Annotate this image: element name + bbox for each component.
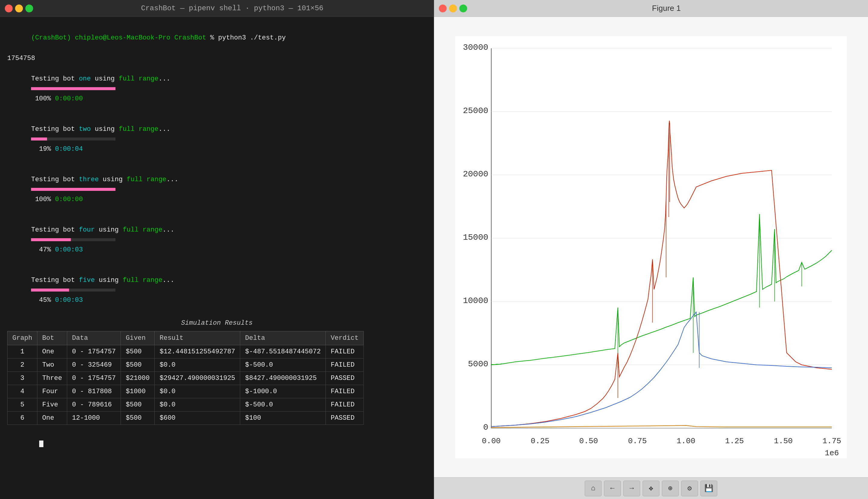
minimize-button[interactable]	[15, 4, 23, 12]
terminal-content: (CrashBot) chipleo@Leos-MacBook-Pro Cras…	[0, 17, 434, 499]
maximize-button[interactable]	[25, 4, 33, 12]
col-header-verdict: Verdict	[326, 331, 363, 345]
cell-data: 0 - 789616	[67, 398, 121, 412]
figure-content: 0 5000 10000 15000 20000 25000 30000 0.0…	[434, 17, 868, 477]
zoom-icon: ⊕	[668, 484, 672, 493]
cell-result: $600	[154, 412, 240, 425]
forward-icon: →	[630, 484, 634, 492]
settings-icon: ⚙	[687, 484, 692, 493]
svg-text:0: 0	[483, 423, 488, 432]
terminal-titlebar: CrashBot — pipenv shell · python3 — 101×…	[0, 0, 434, 17]
cell-result: $0.0	[154, 398, 240, 412]
back-button[interactable]: ←	[604, 480, 621, 496]
cell-data: 0 - 817808	[67, 385, 121, 398]
prompt-symbol: %	[206, 34, 218, 41]
table-row: 3 Three 0 - 1754757 $21000 $29427.490000…	[8, 372, 364, 385]
save-button[interactable]: 💾	[700, 480, 717, 496]
cell-data: 0 - 1754757	[67, 372, 121, 385]
cell-verdict: PASSED	[326, 372, 363, 385]
table-row: 1 One 0 - 1754757 $500 $12.4481512554927…	[8, 345, 364, 358]
cell-verdict: FAILED	[326, 358, 363, 372]
figure-toolbar: ⌂ ← → ✥ ⊕ ⚙ 💾	[434, 477, 868, 499]
cell-bot: Four	[37, 385, 67, 398]
settings-button[interactable]: ⚙	[681, 480, 698, 496]
cell-delta: $-487.5518487445072	[240, 345, 326, 358]
cell-verdict: FAILED	[326, 398, 363, 412]
cell-graph: 1	[8, 345, 37, 358]
close-button[interactable]	[5, 4, 13, 12]
output-number: 1754758	[7, 53, 426, 63]
col-header-given: Given	[121, 331, 154, 345]
cell-given: $1000	[121, 385, 154, 398]
progress-line-4: Testing bot four using full range... 47%…	[7, 215, 426, 265]
cell-delta: $100	[240, 412, 326, 425]
save-icon: 💾	[704, 484, 714, 493]
cell-result: $0.0	[154, 385, 240, 398]
cursor-line	[7, 427, 426, 457]
cell-graph: 5	[8, 398, 37, 412]
cell-given: $21000	[121, 372, 154, 385]
cell-result: $0.0	[154, 358, 240, 372]
cell-given: $500	[121, 398, 154, 412]
pan-button[interactable]: ✥	[643, 480, 659, 496]
sim-title: Simulation Results	[7, 318, 426, 328]
cell-graph: 4	[8, 385, 37, 398]
cell-delta: $8427.490000031925	[240, 372, 326, 385]
cell-delta: $-500.0	[240, 358, 326, 372]
chart-area: 0 5000 10000 15000 20000 25000 30000 0.0…	[455, 36, 847, 458]
svg-text:1.00: 1.00	[677, 437, 695, 446]
results-tbody: 1 One 0 - 1754757 $500 $12.4481512554927…	[8, 345, 364, 425]
cell-result: $29427.490000031925	[154, 372, 240, 385]
svg-text:0.25: 0.25	[531, 437, 549, 446]
prompt-line: (CrashBot) chipleo@Leos-MacBook-Pro Cras…	[7, 23, 426, 53]
cell-verdict: FAILED	[326, 385, 363, 398]
table-row: 6 One 12-1000 $500 $600 $100 PASSED	[8, 412, 364, 425]
figure-minimize-button[interactable]	[449, 4, 457, 12]
svg-text:5000: 5000	[468, 360, 488, 369]
prompt-user: (CrashBot) chipleo@Leos-MacBook-Pro Cras…	[31, 34, 206, 41]
zoom-button[interactable]: ⊕	[662, 480, 679, 496]
progress-line-5: Testing bot five using full range... 45%…	[7, 265, 426, 315]
results-table: Graph Bot Data Given Result Delta Verdic…	[7, 331, 364, 425]
cell-delta: $-1000.0	[240, 385, 326, 398]
svg-text:0.75: 0.75	[628, 437, 647, 446]
cell-bot: Three	[37, 372, 67, 385]
cell-given: $500	[121, 358, 154, 372]
svg-text:20000: 20000	[463, 169, 488, 179]
svg-rect-0	[455, 36, 847, 458]
cell-bot: Two	[37, 358, 67, 372]
figure-close-button[interactable]	[439, 4, 447, 12]
col-header-delta: Delta	[240, 331, 326, 345]
col-header-result: Result	[154, 331, 240, 345]
pan-icon: ✥	[649, 484, 653, 493]
home-icon: ⌂	[591, 484, 595, 492]
cell-data: 0 - 1754757	[67, 345, 121, 358]
terminal-title: CrashBot — pipenv shell · python3 — 101×…	[36, 4, 429, 12]
cell-graph: 2	[8, 358, 37, 372]
progress-line-2: Testing bot two using full range... 19% …	[7, 114, 426, 164]
home-button[interactable]: ⌂	[585, 480, 602, 496]
figure-panel: Figure 1	[434, 0, 868, 499]
forward-button[interactable]: →	[623, 480, 640, 496]
cell-verdict: FAILED	[326, 345, 363, 358]
prompt-command: python3 ./test.py	[218, 34, 286, 41]
svg-text:25000: 25000	[463, 106, 488, 115]
svg-text:1.25: 1.25	[725, 437, 744, 446]
col-header-bot: Bot	[37, 331, 67, 345]
table-row: 4 Four 0 - 817808 $1000 $0.0 $-1000.0 FA…	[8, 385, 364, 398]
cell-graph: 3	[8, 372, 37, 385]
cell-bot: Five	[37, 398, 67, 412]
figure-maximize-button[interactable]	[459, 4, 467, 12]
cell-data: 0 - 325469	[67, 358, 121, 372]
col-header-data: Data	[67, 331, 121, 345]
cell-verdict: PASSED	[326, 412, 363, 425]
back-icon: ←	[610, 484, 615, 492]
cell-delta: $-500.0	[240, 398, 326, 412]
cell-data: 12-1000	[67, 412, 121, 425]
col-header-graph: Graph	[8, 331, 37, 345]
cell-given: $500	[121, 345, 154, 358]
table-row: 2 Two 0 - 325469 $500 $0.0 $-500.0 FAILE…	[8, 358, 364, 372]
figure-title: Figure 1	[470, 4, 863, 13]
cell-graph: 6	[8, 412, 37, 425]
svg-text:30000: 30000	[463, 43, 488, 52]
